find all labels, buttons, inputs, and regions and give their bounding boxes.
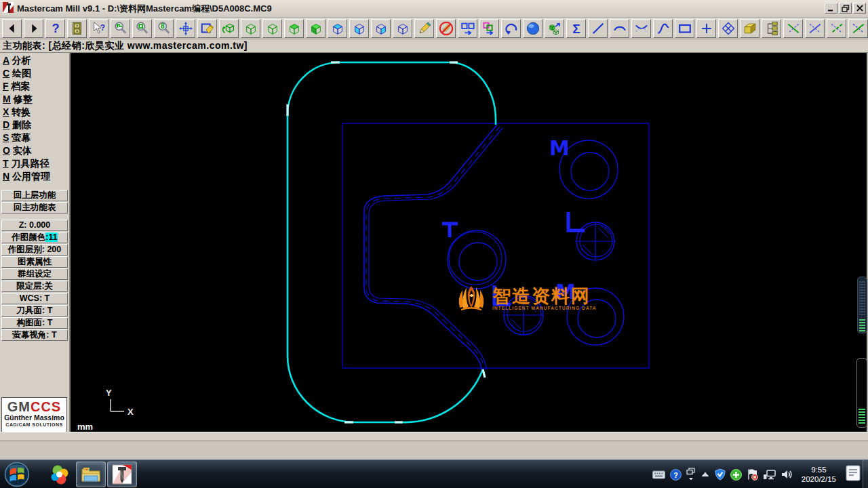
zoom-window-button[interactable] bbox=[111, 19, 130, 38]
arc-button[interactable] bbox=[610, 19, 629, 38]
view-wire-4-button[interactable] bbox=[306, 19, 326, 38]
main-menu-button[interactable]: 回主功能表 bbox=[1, 202, 68, 214]
explode-button[interactable] bbox=[545, 19, 564, 38]
sidebar-item-o[interactable]: O 实体 bbox=[0, 144, 69, 157]
view-wireframe-button[interactable] bbox=[393, 19, 412, 38]
undo-button[interactable] bbox=[501, 19, 521, 38]
sidebar-item-a[interactable]: A 分析 bbox=[0, 54, 69, 67]
title-bar[interactable]: Mastercam Mill v9.1 - D:\资料网Mastercam编程\… bbox=[0, 0, 868, 18]
trim-x1-icon bbox=[786, 21, 801, 36]
zoom-target-button[interactable] bbox=[132, 19, 152, 38]
pan-button[interactable] bbox=[176, 19, 195, 38]
arrow-up-icon[interactable] bbox=[701, 471, 710, 478]
help-circle-icon[interactable]: ? bbox=[670, 469, 682, 481]
view-wire-1-button[interactable] bbox=[241, 19, 260, 38]
green-cube-face-icon bbox=[287, 21, 302, 36]
sidebar-item-x[interactable]: X 转换 bbox=[0, 106, 69, 119]
view-shade-front-button[interactable] bbox=[349, 19, 369, 38]
operations-tree-button[interactable] bbox=[762, 19, 781, 38]
zoom-08-button[interactable]: 8 bbox=[154, 19, 174, 38]
browser-icon bbox=[49, 464, 71, 485]
drill-crosshair bbox=[575, 222, 616, 260]
draw-level-button[interactable]: 作图层别: 200 bbox=[1, 244, 68, 256]
repaint-button[interactable] bbox=[197, 19, 217, 38]
sidebar-item-f[interactable]: F 档案 bbox=[0, 80, 69, 93]
network-icon[interactable] bbox=[763, 469, 776, 480]
show-desktop-button[interactable] bbox=[863, 460, 868, 488]
wcs-button[interactable]: WCS: T bbox=[1, 293, 68, 304]
start-button[interactable] bbox=[3, 461, 31, 488]
copy-squares-icon bbox=[460, 21, 475, 36]
keyboard-icon[interactable] bbox=[652, 470, 665, 479]
no-sketch-button[interactable] bbox=[436, 19, 456, 38]
construction-plane-button[interactable]: 构图面: T bbox=[1, 317, 68, 329]
sketch-button[interactable] bbox=[414, 19, 434, 38]
draw-color-button[interactable]: 作图颜色:11 bbox=[1, 232, 68, 243]
point-button[interactable] bbox=[696, 19, 716, 38]
restore-button[interactable] bbox=[839, 3, 852, 14]
mastercam-app-button[interactable] bbox=[107, 462, 137, 487]
graphics-area[interactable]: MMYXmm 智造资料网 INTELLIGENT MANUFACTURING D… bbox=[71, 53, 868, 432]
edge-scroll-widget[interactable] bbox=[857, 277, 867, 333]
level-limit-button[interactable]: 限定层:关 bbox=[1, 281, 68, 292]
gmccs-ccs: CCS bbox=[31, 399, 61, 414]
z-depth-button[interactable]: Z: 0.000 bbox=[1, 220, 68, 231]
notes-icon[interactable] bbox=[845, 464, 861, 485]
spline-button[interactable] bbox=[653, 19, 673, 38]
sidebar-item-c[interactable]: C 绘图 bbox=[0, 67, 69, 80]
sidebar-item-s[interactable]: S 萤幕 bbox=[0, 131, 69, 144]
app-icon bbox=[3, 2, 14, 16]
shield-icon[interactable] bbox=[715, 468, 726, 481]
trim-3-button[interactable] bbox=[827, 19, 846, 38]
view-shade-side-button[interactable] bbox=[371, 19, 391, 38]
whats-this-button[interactable]: ? bbox=[89, 19, 108, 38]
analyze-button[interactable]: Σ bbox=[566, 19, 586, 38]
popup-window-icon[interactable] bbox=[686, 468, 696, 481]
dynamic-rotate-button[interactable] bbox=[219, 19, 239, 38]
gmccs-logo: GMCCS Günther Massimo CAD/CAM SOLUTIONS bbox=[1, 397, 67, 432]
minimize-button[interactable] bbox=[825, 3, 837, 14]
graphics-view-button[interactable]: 萤幕视角: T bbox=[1, 329, 68, 341]
sidebar-item-t[interactable]: T 刀具路径 bbox=[0, 157, 69, 170]
file-cabinet-button[interactable] bbox=[67, 19, 87, 38]
sidebar-item-n[interactable]: N 公用管理 bbox=[0, 170, 69, 183]
xform-squares-icon bbox=[482, 21, 497, 36]
help-button[interactable]: ? bbox=[45, 19, 65, 38]
explorer-app-button[interactable] bbox=[76, 462, 106, 487]
rectangle-button[interactable] bbox=[675, 19, 694, 38]
line-button[interactable] bbox=[588, 19, 608, 38]
trim-1-button[interactable] bbox=[783, 19, 803, 38]
volume-icon[interactable] bbox=[781, 469, 793, 480]
cad-canvas[interactable]: MMYXmm bbox=[71, 53, 868, 432]
copy-entities-button[interactable] bbox=[458, 19, 477, 38]
back-button[interactable] bbox=[2, 19, 22, 38]
green-plus-icon[interactable] bbox=[730, 469, 742, 481]
attributes-button[interactable]: 图素属性 bbox=[1, 256, 68, 268]
trim-x4-icon bbox=[851, 21, 866, 36]
forward-button[interactable] bbox=[24, 19, 43, 38]
green-cube-bright-icon bbox=[309, 21, 323, 36]
trim-2-button[interactable] bbox=[805, 19, 825, 38]
xform-entities-button[interactable] bbox=[479, 19, 499, 38]
shading-button[interactable] bbox=[523, 19, 542, 38]
tool-plane-button[interactable]: 刀具面: T bbox=[1, 305, 68, 317]
svg-text:?: ? bbox=[52, 21, 59, 35]
edge-scroll-outline-widget[interactable] bbox=[856, 358, 867, 428]
trim-x2-icon bbox=[808, 21, 823, 36]
taskbar-clock[interactable]: 9:55 2020/2/15 bbox=[797, 465, 840, 484]
browser-app-button[interactable] bbox=[45, 462, 75, 487]
surface-button[interactable] bbox=[718, 19, 738, 38]
close-button[interactable] bbox=[853, 3, 866, 14]
sidebar-item-d[interactable]: D 删除 bbox=[0, 119, 69, 131]
view-wire-3-button[interactable] bbox=[284, 19, 304, 38]
flag-icon[interactable] bbox=[747, 468, 758, 481]
solid-box-button[interactable] bbox=[740, 19, 760, 38]
sidebar-item-m[interactable]: M 修整 bbox=[0, 93, 69, 106]
back-up-menu-button[interactable]: 回上层功能 bbox=[1, 190, 68, 201]
m-marker-letter: M bbox=[555, 280, 576, 304]
group-set-button[interactable]: 群组设定 bbox=[1, 268, 68, 280]
view-wire-2-button[interactable] bbox=[262, 19, 282, 38]
view-shade-top-button[interactable] bbox=[328, 19, 347, 38]
trim-4-button[interactable] bbox=[848, 19, 868, 38]
trim-curve-button[interactable] bbox=[631, 19, 651, 38]
